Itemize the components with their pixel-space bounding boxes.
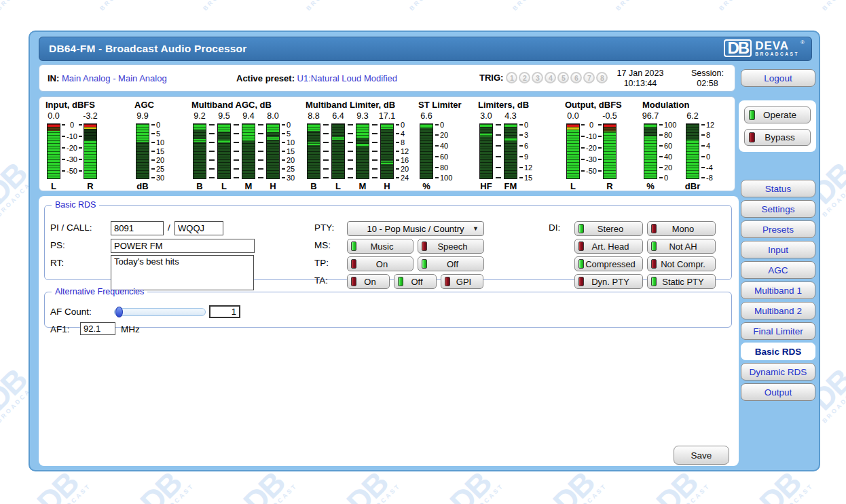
meter-bar-multiband-agc-db-l [217,123,231,179]
chevron-down-icon: ▼ [473,225,479,232]
led-green-icon [351,241,356,251]
pty-select[interactable]: 10 - Pop Music / Country ▼ [347,221,484,236]
af1-unit: MHz [121,324,140,334]
meter-group-multiband-agc-db: Multiband AGC, dB9.2B9.5L9.4M8.0H0510152… [191,100,300,190]
datetime-display: 17 Jan 2023 10:13:44 [603,69,678,89]
toggle-speech[interactable]: Speech [418,239,484,254]
meter-group-input-dbfs: Input, dBFS0.0L0-10-20-30-50-3.2R [45,100,98,190]
operate-led-icon [749,110,755,120]
save-button[interactable]: Save [674,446,729,465]
trigger-group: TRIG: 12345678 [479,72,608,83]
af-count-label: AF Count: [50,307,92,317]
led-green-icon [651,277,657,286]
watermark-logo: DBBROADCAST [802,0,846,12]
rt-textarea[interactable]: Today's best hits [111,255,254,290]
logout-button[interactable]: Logout [741,69,815,87]
led-green-icon [578,259,584,269]
led-red-icon [651,224,657,233]
ta-label: TA: [314,275,328,286]
alternative-frequencies-fieldset: Alternative Frequencies AF Count: AF1: M… [44,287,732,328]
trig-button-7[interactable]: 7 [583,72,595,83]
trig-button-1[interactable]: 1 [506,72,517,83]
meter-group-modulation: Modulation96.7%1008060402006.2dBr12840-4… [642,100,720,190]
watermark-logo: DBBROADCAST [389,0,454,12]
ms-label: MS: [314,240,331,250]
sidebar-item-presets[interactable]: Presets [741,220,815,238]
active-preset-status: Active preset: U1:Natural Loud Modified [236,73,397,83]
logo-name: DEVA [755,40,799,52]
trig-button-2[interactable]: 2 [519,72,530,83]
session-value: 02:58 [683,79,732,89]
sidebar-item-multiband-1[interactable]: Multiband 1 [741,282,815,299]
meter-bar-input-dbfs-r [84,123,97,179]
trig-button-6[interactable]: 6 [570,72,582,83]
af1-input[interactable] [80,322,115,335]
pi-call-separator: / [168,222,170,233]
trig-buttons: 12345678 [506,72,608,83]
sidebar-item-multiband-2[interactable]: Multiband 2 [741,302,815,319]
in-label: IN: [48,73,59,83]
app-window: DB64-FM - Broadcast Audio Processor DB D… [29,31,820,471]
trig-button-4[interactable]: 4 [545,72,556,83]
sidebar-item-output[interactable]: Output [741,383,815,401]
watermark-logo: DBBROADCAST [492,0,557,12]
tp-toggle-group: OnOff [347,256,484,271]
sidebar-item-final-limiter[interactable]: Final Limiter [741,322,815,340]
toggle-compressed[interactable]: Compressed [574,256,643,271]
pty-label: PTY: [314,222,334,233]
ps-label: PS: [50,240,65,250]
meter-group-limiters-db: Limiters, dB3.0HF4.3FM03691215 [478,100,536,190]
led-red-icon [351,277,356,286]
meter-bar-output-dbfs-r [603,123,617,179]
pi-input[interactable] [111,221,164,235]
bypass-led-icon [749,132,755,142]
af-count-slider-thumb[interactable] [115,307,123,317]
sidebar-item-settings[interactable]: Settings [741,200,815,218]
sidebar-item-agc[interactable]: AGC [741,261,815,279]
trig-button-3[interactable]: 3 [532,72,543,83]
sidebar-item-dynamic-rds[interactable]: Dynamic RDS [741,363,815,381]
toggle-off[interactable]: Off [418,256,484,271]
logo-registered-mark: ® [801,39,805,45]
led-red-icon [445,277,450,286]
meter-group-multiband-limiter-db: Multiband Limiter, dB8.8B6.4L9.3M17.1H04… [306,100,414,190]
led-green-icon [578,224,584,233]
meter-bar-agc-db [136,123,149,179]
trig-button-5[interactable]: 5 [557,72,569,83]
input-source-status: IN: Main Analog - Main Analog [48,73,167,83]
watermark-logo: DBBROADCAST [0,0,41,12]
sidebar-item-status[interactable]: Status [741,180,815,197]
watermark-logo: DBBROADCAST [595,0,660,12]
toggle-not-ah[interactable]: Not AH [647,239,716,254]
meter-bar-multiband-limiter-db-b [307,123,320,179]
toggle-art-head[interactable]: Art. Head [574,239,643,254]
basic-rds-legend: Basic RDS [52,200,99,210]
deva-db-mark-icon: DB [724,39,752,57]
toggle-mono[interactable]: Mono [647,221,716,236]
sidebar-item-basic-rds[interactable]: Basic RDS [741,343,815,360]
toggle-stereo[interactable]: Stereo [574,221,643,236]
preset-label: Active preset: [236,73,295,83]
call-input[interactable] [174,221,223,235]
meter-bar-modulation- [644,123,657,179]
toggle-on[interactable]: On [347,256,413,271]
pi-call-label: PI / CALL: [50,222,92,233]
meter-group-agc: AGC9.9dB051015202530 [134,100,170,190]
meter-bar-multiband-agc-db-b [193,123,206,179]
led-green-icon [422,259,427,269]
led-red-icon [578,241,584,251]
status-info-bar: IN: Main Analog - Main Analog Active pre… [39,64,735,92]
af-count-value[interactable] [209,305,240,318]
af-count-slider[interactable] [114,308,206,316]
toggle-not-compr[interactable]: Not Compr. [647,256,716,271]
bypass-button[interactable]: Bypass [744,129,811,146]
led-green-icon [651,241,657,251]
operate-button[interactable]: Operate [744,106,811,123]
meter-bar-limiters-db-fm [504,123,517,179]
meter-bar-multiband-limiter-db-m [356,123,369,179]
ms-toggle-group: MusicSpeech [347,239,484,254]
ps-input[interactable] [111,239,255,253]
toggle-music[interactable]: Music [347,239,413,254]
sidebar-item-input[interactable]: Input [741,241,815,258]
di-row-3: CompressedNot Compr. [574,256,716,271]
